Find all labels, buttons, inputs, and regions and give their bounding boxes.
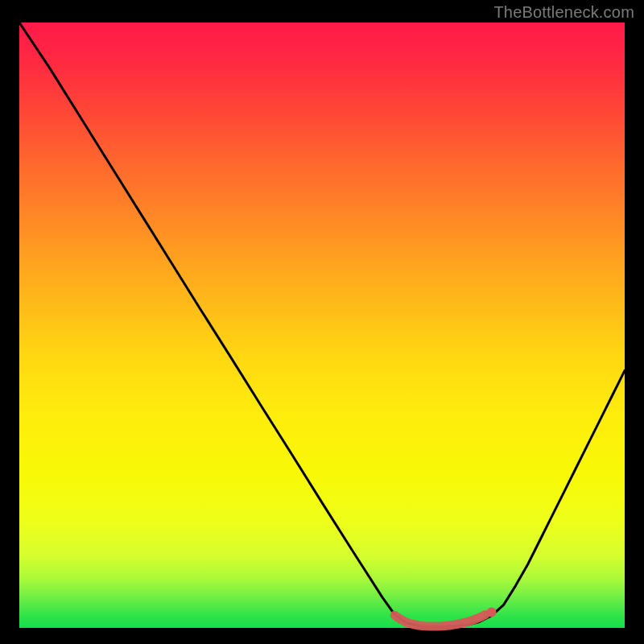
attribution-text: TheBottleneck.com <box>493 3 634 22</box>
optimal-end-dot <box>487 607 497 617</box>
bottleneck-chart: TheBottleneck.com <box>0 0 644 644</box>
chart-canvas <box>0 0 644 644</box>
chart-background <box>19 23 625 628</box>
